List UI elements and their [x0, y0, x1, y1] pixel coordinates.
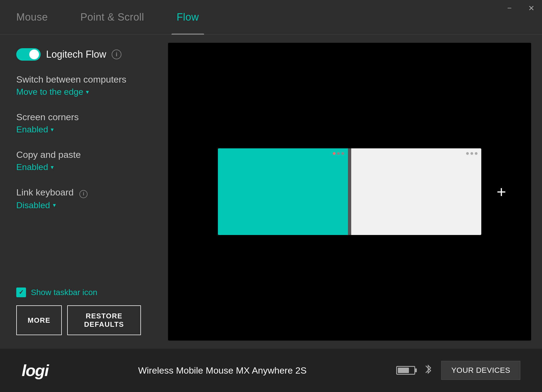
- copy-paste-title: Copy and paste: [16, 149, 141, 160]
- screen-right-dots: [466, 152, 478, 155]
- logitech-flow-label: Logitech Flow: [46, 49, 106, 60]
- tab-bar: Mouse Point & Scroll Flow: [0, 0, 542, 35]
- dot-lgray-1: [466, 152, 469, 155]
- switch-between-computers-title: Switch between computers: [16, 74, 141, 85]
- main-content: Logitech Flow i Switch between computers…: [0, 35, 542, 349]
- device-name: Wireless Mobile Mouse MX Anywhere 2S: [138, 365, 307, 376]
- logitech-flow-toggle[interactable]: [16, 48, 41, 61]
- tab-mouse[interactable]: Mouse: [0, 0, 64, 34]
- logi-logo: logi: [22, 361, 49, 380]
- show-taskbar-icon-checkbox[interactable]: [16, 288, 26, 297]
- battery-icon: [396, 366, 415, 375]
- link-keyboard-info-icon[interactable]: i: [79, 190, 88, 198]
- screen-corners-section: Screen corners Enabled ▾: [16, 112, 141, 135]
- footer: logi Wireless Mobile Mouse MX Anywhere 2…: [0, 349, 542, 392]
- switch-chevron-icon: ▾: [86, 89, 89, 96]
- screen-corners-title: Screen corners: [16, 112, 141, 122]
- link-keyboard-chevron-icon: ▾: [53, 202, 56, 209]
- link-keyboard-value[interactable]: Disabled ▾: [16, 200, 141, 210]
- link-keyboard-title: Link keyboard i: [16, 187, 141, 198]
- screen-right: [351, 148, 481, 235]
- left-panel: Logitech Flow i Switch between computers…: [0, 35, 157, 349]
- copy-paste-section: Copy and paste Enabled ▾: [16, 149, 141, 172]
- bluetooth-icon: [423, 362, 433, 378]
- screen-left-dots: [333, 152, 344, 155]
- copy-paste-value[interactable]: Enabled ▾: [16, 162, 141, 172]
- battery-fill: [398, 368, 409, 373]
- screen-corners-chevron-icon: ▾: [51, 126, 54, 133]
- close-button[interactable]: ✕: [520, 0, 542, 16]
- switch-between-computers-section: Switch between computers Move to the edg…: [16, 74, 141, 97]
- add-screen-button[interactable]: +: [493, 184, 509, 200]
- dot-lgray-2: [470, 152, 473, 155]
- minimize-button[interactable]: −: [499, 0, 520, 16]
- right-panel: +: [157, 35, 542, 349]
- dot-lgray-3: [475, 152, 478, 155]
- dot-gray-2: [341, 152, 344, 155]
- show-taskbar-icon-label: Show taskbar icon: [31, 288, 97, 297]
- bottom-controls: Show taskbar icon MORE RESTORE DEFAULTS: [16, 288, 141, 335]
- dot-gray-1: [337, 152, 340, 155]
- logitech-flow-info-icon[interactable]: i: [112, 50, 121, 59]
- screen-corners-value[interactable]: Enabled ▾: [16, 125, 141, 135]
- screen-divider: [348, 148, 351, 235]
- link-keyboard-section: Link keyboard i Disabled ▾: [16, 187, 141, 210]
- switch-between-computers-value[interactable]: Move to the edge ▾: [16, 87, 141, 97]
- screen-left: [218, 148, 348, 235]
- battery-body: [396, 366, 415, 375]
- action-buttons: MORE RESTORE DEFAULTS: [16, 305, 141, 335]
- screens-container: [218, 148, 481, 235]
- title-bar: − ✕: [499, 0, 542, 16]
- logitech-flow-toggle-row: Logitech Flow i: [16, 48, 141, 61]
- dot-pink: [333, 152, 335, 155]
- your-devices-button[interactable]: YOUR DEVICES: [441, 361, 520, 380]
- show-taskbar-icon-row[interactable]: Show taskbar icon: [16, 288, 141, 297]
- copy-paste-chevron-icon: ▾: [51, 164, 54, 171]
- more-button[interactable]: MORE: [16, 305, 62, 335]
- restore-defaults-button[interactable]: RESTORE DEFAULTS: [67, 305, 141, 335]
- tab-flow[interactable]: Flow: [160, 0, 215, 34]
- tab-point-scroll[interactable]: Point & Scroll: [64, 0, 160, 34]
- footer-right: YOUR DEVICES: [396, 361, 520, 380]
- visualization-area: +: [168, 43, 531, 341]
